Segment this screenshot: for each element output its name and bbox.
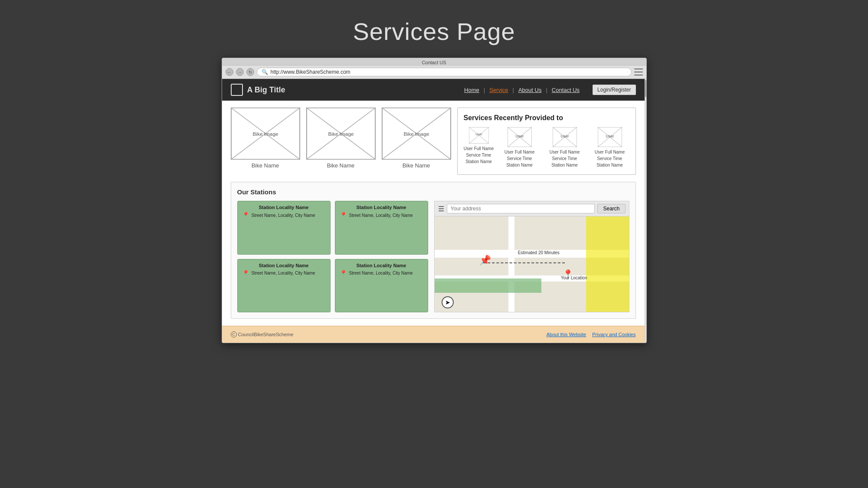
- map-search-bar: ☰ Search: [435, 201, 629, 216]
- browser-content: A Big Title Home | Service | About Us | …: [222, 79, 646, 343]
- user-full-name-2: User Full Name: [550, 149, 580, 155]
- login-register-button[interactable]: Login/Register: [593, 85, 635, 95]
- browser-forward-button[interactable]: →: [236, 68, 244, 76]
- browser-window: Contact US ← → ↻ 🔍 http://www.BikeShareS…: [222, 58, 647, 343]
- browser-menu-button[interactable]: [634, 69, 643, 75]
- location-pin-icon-2: 📍: [242, 270, 249, 277]
- site-nav: A Big Title Home | Service | About Us | …: [222, 79, 645, 101]
- service-user-item-1: User User Full Name Service Time Station…: [500, 127, 539, 168]
- station-address-3: 📍 Street Name, Locality, City Name: [340, 270, 423, 277]
- browser-scrollbar-thumb[interactable]: [645, 80, 647, 97]
- user-info-0: User Full Name Service Time Station Name: [464, 145, 494, 165]
- station-address-0: 📍 Street Name, Locality, City Name: [242, 212, 326, 219]
- top-section: Bike Image Bike Name Bike Image: [231, 108, 636, 175]
- user-station-name-2: Station Name: [550, 162, 580, 168]
- map-yellow-road: [586, 216, 629, 312]
- user-station-name-1: Station Name: [504, 162, 534, 168]
- browser-tab-bar: Contact US: [222, 58, 646, 66]
- nav-service[interactable]: Service: [485, 87, 512, 93]
- user-avatar-3: User: [598, 127, 622, 147]
- svg-text:Bike Image: Bike Image: [403, 131, 429, 137]
- station-card-2[interactable]: Station Locality Name 📍 Street Name, Loc…: [237, 259, 331, 313]
- station-card-0[interactable]: Station Locality Name 📍 Street Name, Loc…: [237, 201, 331, 255]
- user-full-name-0: User Full Name: [464, 145, 494, 152]
- svg-text:Bike Image: Bike Image: [252, 131, 278, 137]
- bike-name-1: Bike Name: [252, 162, 279, 169]
- station-card-1[interactable]: Station Locality Name 📍 Street Name, Loc…: [335, 201, 428, 255]
- user-info-2: User Full Name Service Time Station Name: [550, 149, 580, 168]
- nav-contact[interactable]: Contact Us: [547, 87, 584, 93]
- browser-scrollbar[interactable]: [645, 79, 647, 343]
- map-compass-button[interactable]: ➤: [442, 296, 454, 308]
- map-green-area: [435, 278, 541, 293]
- bike-image-2: Bike Image: [306, 108, 376, 160]
- site-logo[interactable]: [231, 84, 243, 96]
- user-avatar-2: User: [553, 127, 577, 147]
- user-full-name-1: User Full Name: [504, 149, 534, 155]
- browser-url-bar[interactable]: 🔍 http://www.BikeShareScheme.com: [257, 68, 632, 76]
- footer-links: About this Website Privacy and Cookies: [547, 332, 636, 337]
- stations-title: Our Stations: [237, 188, 629, 196]
- station-address-text-0: Street Name, Locality, City Name: [252, 213, 315, 218]
- bike-name-3: Bike Name: [403, 162, 430, 169]
- user-service-time-3: Service Time: [595, 155, 625, 162]
- station-address-2: 📍 Street Name, Locality, City Name: [242, 270, 326, 277]
- copyright-icon: C: [231, 331, 237, 337]
- user-service-time-2: Service Time: [550, 155, 580, 162]
- stations-list: Station Locality Name 📍 Street Name, Loc…: [237, 201, 428, 312]
- stations-section: Our Stations Station Locality Name 📍 Str…: [231, 182, 636, 319]
- station-address-text-1: Street Name, Locality, City Name: [349, 213, 413, 218]
- location-pin-icon-1: 📍: [340, 212, 347, 219]
- station-name-3: Station Locality Name: [340, 263, 423, 268]
- browser-refresh-button[interactable]: ↻: [246, 68, 254, 76]
- svg-text:User: User: [560, 134, 569, 138]
- nav-about[interactable]: About Us: [514, 87, 546, 93]
- site-footer: C CouncilBikeShareScheme About this Webs…: [222, 326, 645, 343]
- station-name-2: Station Locality Name: [242, 263, 326, 268]
- map-address-input[interactable]: [447, 204, 595, 213]
- user-info-3: User Full Name Service Time Station Name: [595, 149, 625, 168]
- services-users-list: User User Full Name Service Time Station…: [464, 127, 629, 168]
- user-station-name-3: Station Name: [595, 162, 625, 168]
- station-address-text-2: Street Name, Locality, City Name: [252, 271, 315, 275]
- service-user-item-0: User User Full Name Service Time Station…: [464, 127, 494, 168]
- search-icon: 🔍: [262, 69, 268, 75]
- footer-about-link[interactable]: About this Website: [547, 332, 586, 337]
- user-avatar-0: User: [469, 127, 489, 144]
- station-address-1: 📍 Street Name, Locality, City Name: [340, 212, 423, 219]
- bikes-group: Bike Image Bike Name Bike Image: [231, 108, 451, 175]
- station-name-1: Station Locality Name: [340, 205, 423, 210]
- footer-copyright: C CouncilBikeShareScheme: [231, 331, 294, 337]
- svg-text:User: User: [606, 134, 614, 138]
- svg-text:User: User: [475, 132, 482, 136]
- services-panel-title: Services Recently Provided to: [464, 114, 629, 122]
- nav-links: Home | Service | About Us | Contact Us: [460, 87, 584, 93]
- services-panel: Services Recently Provided to User: [457, 108, 636, 175]
- user-service-time-0: Service Time: [464, 152, 494, 158]
- service-user-item-2: User User Full Name Service Time Station…: [545, 127, 584, 168]
- bike-image-3: Bike Image: [382, 108, 451, 160]
- user-station-name-0: Station Name: [464, 158, 494, 165]
- station-address-text-3: Street Name, Locality, City Name: [349, 271, 413, 275]
- map-time-label: Estimated 20 Minutes: [516, 250, 561, 255]
- site-title: A Big Title: [247, 85, 285, 95]
- location-pin-icon-0: 📍: [242, 212, 249, 219]
- browser-tab-label: Contact US: [422, 60, 446, 65]
- user-info-1: User Full Name Service Time Station Name: [504, 149, 534, 168]
- station-card-3[interactable]: Station Locality Name 📍 Street Name, Loc…: [335, 259, 428, 313]
- user-service-time-1: Service Time: [504, 155, 534, 162]
- map-start-pin[interactable]: 📌: [479, 255, 491, 266]
- nav-home[interactable]: Home: [460, 87, 484, 93]
- map-search-button[interactable]: Search: [597, 204, 625, 213]
- bike-item-3: Bike Image Bike Name: [382, 108, 451, 175]
- svg-text:User: User: [515, 134, 524, 138]
- svg-text:Bike Image: Bike Image: [328, 131, 354, 137]
- bike-item-1: Bike Image Bike Name: [231, 108, 300, 175]
- map-menu-icon[interactable]: ☰: [438, 205, 444, 213]
- user-full-name-3: User Full Name: [595, 149, 625, 155]
- user-avatar-1: User: [508, 127, 532, 147]
- footer-privacy-link[interactable]: Privacy and Cookies: [592, 332, 635, 337]
- browser-back-button[interactable]: ←: [226, 68, 233, 76]
- browser-toolbar: ← → ↻ 🔍 http://www.BikeShareScheme.com: [222, 66, 646, 79]
- bike-image-1: Bike Image: [231, 108, 300, 160]
